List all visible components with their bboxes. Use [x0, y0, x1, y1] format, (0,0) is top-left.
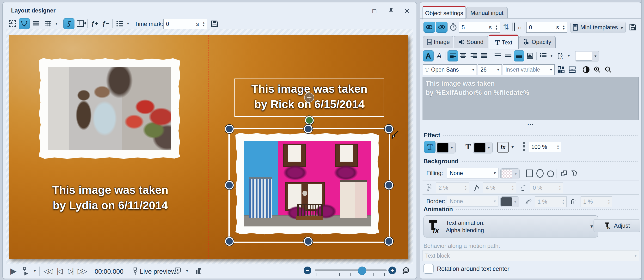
preview-options-dropdown[interactable] [184, 268, 190, 273]
grid-options-dropdown[interactable] [54, 21, 59, 26]
filling-combo[interactable]: None [447, 168, 498, 178]
tab-text[interactable]: T Text [489, 34, 518, 49]
zoom-in-button[interactable]: + [388, 266, 396, 274]
rotation-handle[interactable] [305, 116, 314, 125]
caption-left-text[interactable]: This image was taken by Lydia on 6/11/20… [26, 182, 194, 213]
offset-spinner[interactable] [560, 22, 567, 32]
resize-handle-top-center[interactable] [304, 125, 312, 133]
font-color-picker[interactable] [575, 51, 599, 62]
effect-opacity-spinner[interactable] [555, 142, 561, 152]
reset-duration-button[interactable]: ⇅ [502, 22, 510, 31]
object-list-button[interactable] [114, 18, 125, 29]
font-family-combo[interactable]: T Open Sans [423, 64, 477, 75]
tab-manual-input[interactable]: Manual input [466, 7, 508, 18]
play-options-dropdown[interactable] [32, 268, 38, 273]
zoom-in-text-button[interactable] [592, 65, 602, 74]
maximize-button[interactable]: □ [370, 7, 379, 15]
move-handle[interactable] [304, 92, 314, 102]
adjust-button[interactable]: fx Adjust [594, 219, 640, 232]
close-button[interactable]: ✕ [402, 7, 412, 15]
play-from-here-button[interactable] [21, 266, 31, 276]
rewind-button[interactable]: ◁◁ [42, 268, 53, 275]
fx-dropdown[interactable] [510, 144, 516, 150]
valign-top-button[interactable] [493, 50, 503, 61]
shape-circle-button[interactable] [546, 170, 555, 178]
fill-color-picker[interactable] [473, 142, 493, 154]
curve-tool-button[interactable] [19, 18, 30, 29]
line-spacing-dropdown[interactable] [566, 53, 572, 58]
resize-handle-bottom-right[interactable] [384, 237, 393, 246]
offset-input[interactable]: 0 s [526, 22, 567, 33]
zoom-fit-button[interactable] [402, 266, 411, 276]
resize-handle-mid-left[interactable] [225, 181, 234, 190]
text-animation-dropdown[interactable]: fx Text animation: Alpha blending [424, 216, 598, 238]
font-size-combo[interactable]: 26 [478, 64, 502, 75]
zoom-slider-track[interactable] [315, 270, 387, 271]
pin-button[interactable] [386, 6, 396, 15]
line-spacing-button[interactable]: AA [555, 50, 565, 61]
slide-canvas[interactable]: This image was taken by Lydia on 6/11/20… [9, 35, 408, 259]
resize-handle-bottom-left[interactable] [225, 237, 234, 246]
bold-button[interactable]: A [423, 50, 434, 62]
zoom-out-button[interactable]: − [304, 266, 311, 274]
preview-window-button[interactable] [173, 266, 182, 276]
mini-templates-button[interactable]: Mini-templates [570, 22, 626, 33]
link-toggle-button[interactable] [424, 22, 435, 33]
resize-handle-bottom-center[interactable] [304, 237, 312, 246]
play-button[interactable]: ▶ [9, 266, 18, 276]
visibility-toggle-button[interactable] [436, 22, 448, 33]
list-format-button[interactable] [538, 50, 548, 61]
save-settings-button[interactable] [628, 22, 637, 32]
font-color-dropdown[interactable] [592, 54, 598, 58]
text-editor[interactable]: This image was taken by %ExifAuthor% on … [422, 77, 639, 120]
insert-variable-combo[interactable]: Insert variable [503, 64, 555, 75]
tab-sound[interactable]: Sound [454, 36, 488, 48]
tab-image[interactable]: Image [423, 36, 453, 48]
shape-rect-button[interactable] [525, 169, 534, 178]
text-block-format-button[interactable] [568, 65, 577, 74]
layers-button[interactable] [31, 18, 41, 29]
duration-spinner[interactable] [493, 22, 500, 32]
statistics-button[interactable] [194, 266, 203, 276]
align-center-button[interactable] [458, 50, 468, 61]
motion-path-button[interactable] [64, 18, 74, 29]
add-node-button[interactable]: ƒ+ [89, 18, 100, 29]
rotation-checkbox[interactable] [424, 264, 434, 274]
text-outline-color-button[interactable]: T [424, 141, 436, 153]
camera-pan-button[interactable] [75, 18, 86, 29]
valign-middle-button[interactable] [503, 50, 513, 61]
editor-expander[interactable]: ... [420, 120, 641, 125]
save-layout-button[interactable] [210, 19, 219, 28]
select-tool-button[interactable] [7, 18, 18, 29]
grid-button[interactable] [43, 18, 53, 29]
object-list-dropdown[interactable] [126, 21, 131, 26]
shape-ellipse-button[interactable] [536, 169, 544, 178]
photo-left-frame[interactable] [39, 58, 180, 159]
resize-handle-top-left[interactable] [225, 125, 234, 133]
fast-forward-button[interactable]: ▷▷ [76, 268, 88, 275]
valign-bottom-button[interactable] [514, 50, 524, 62]
zoom-slider-handle[interactable] [358, 266, 366, 275]
italic-button[interactable]: A [434, 50, 444, 61]
effect-opacity-input[interactable]: 100 % [529, 142, 561, 152]
text-image-layout-button[interactable] [525, 50, 535, 61]
layout-blocks-button[interactable] [556, 65, 566, 74]
tab-object-settings[interactable]: Object settings [422, 6, 466, 20]
align-right-button[interactable] [469, 50, 479, 61]
shape-custom2-button[interactable] [570, 169, 579, 178]
align-left-button[interactable] [448, 50, 458, 62]
next-button[interactable]: ▷| [65, 268, 76, 275]
tab-opacity[interactable]: Opacity [519, 36, 556, 48]
resize-handle-mid-right[interactable] [384, 181, 393, 190]
time-mark-spinner[interactable] [200, 19, 207, 29]
image-selection-rect[interactable] [228, 128, 390, 243]
contrast-button[interactable] [582, 65, 591, 74]
zoom-out-text-button[interactable] [604, 65, 613, 74]
time-mark-input[interactable]: 0 s [163, 19, 207, 29]
fx-button[interactable]: fx [498, 142, 508, 152]
list-format-dropdown[interactable] [549, 53, 554, 58]
previous-button[interactable]: |◁ [54, 268, 64, 275]
shape-custom1-button[interactable] [559, 169, 568, 178]
align-justify-button[interactable] [479, 50, 489, 61]
outline-color-picker[interactable] [436, 142, 456, 154]
